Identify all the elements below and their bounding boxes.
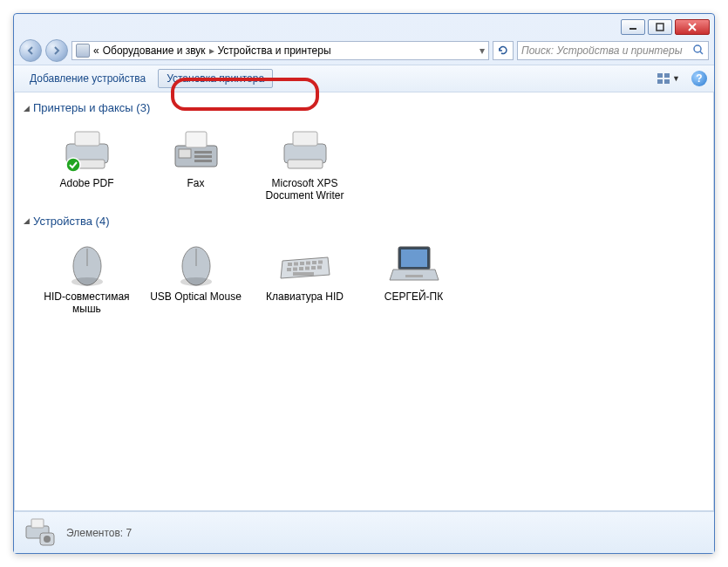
printer-icon (277, 126, 333, 175)
svg-rect-44 (405, 275, 423, 277)
search-icon[interactable] (692, 44, 704, 58)
svg-rect-43 (401, 249, 427, 267)
chevron-down-icon: ▼ (672, 74, 680, 83)
svg-point-13 (66, 158, 80, 172)
group-printers: Adobe PDF Fax (24, 120, 704, 209)
device-item[interactable]: Microsoft XPS Document Writer (250, 120, 359, 209)
svg-rect-16 (179, 149, 191, 158)
svg-rect-40 (317, 265, 322, 269)
svg-rect-6 (657, 73, 663, 78)
svg-point-48 (44, 536, 51, 543)
device-label: Adobe PDF (59, 177, 113, 189)
keyboard-icon (277, 240, 333, 289)
device-item[interactable]: Клавиатура HID (250, 233, 359, 323)
svg-rect-18 (194, 155, 212, 158)
group-title: Устройства (4) (33, 215, 110, 228)
chevron-right-icon[interactable]: ▸ (209, 44, 214, 57)
laptop-icon (386, 240, 442, 289)
svg-rect-11 (75, 132, 99, 146)
explorer-window: « Оборудование и звук ▸ Устройства и при… (13, 13, 715, 554)
address-bar[interactable]: « Оборудование и звук ▸ Устройства и при… (71, 41, 489, 60)
title-bar (14, 14, 714, 37)
svg-rect-34 (318, 260, 323, 263)
device-item[interactable]: Fax (141, 120, 250, 209)
device-item[interactable]: СЕРГЕЙ-ПК (359, 233, 468, 323)
minimize-button[interactable] (621, 19, 645, 35)
svg-rect-39 (311, 266, 316, 270)
nav-bar: « Оборудование и звук ▸ Устройства и при… (14, 37, 714, 65)
printer-icon (59, 126, 115, 175)
svg-rect-29 (288, 263, 292, 266)
forward-button[interactable] (45, 39, 68, 62)
help-button[interactable]: ? (691, 71, 707, 86)
breadcrumb-part1[interactable]: Оборудование и звук (103, 44, 206, 57)
svg-rect-41 (293, 272, 314, 276)
device-item[interactable]: HID-совместимая мышь (32, 233, 141, 323)
collapse-arrow-icon: ◢ (24, 104, 30, 113)
svg-rect-15 (186, 132, 207, 147)
svg-rect-8 (657, 79, 663, 84)
svg-line-5 (700, 51, 703, 54)
mouse-icon (168, 240, 224, 289)
fax-icon (168, 126, 224, 175)
svg-rect-22 (288, 160, 323, 168)
group-header-devices[interactable]: ◢ Устройства (4) (24, 209, 704, 233)
device-label: Fax (187, 177, 204, 189)
svg-point-4 (694, 45, 701, 52)
location-icon (76, 44, 90, 58)
maximize-button[interactable] (648, 19, 672, 35)
chevron-down-icon[interactable]: ▾ (480, 44, 485, 57)
svg-rect-38 (305, 266, 310, 270)
svg-rect-1 (657, 24, 663, 31)
svg-rect-21 (293, 132, 317, 146)
collapse-arrow-icon: ◢ (24, 216, 30, 225)
svg-rect-32 (306, 261, 310, 264)
device-label: СЕРГЕЙ-ПК (384, 290, 443, 303)
svg-rect-36 (293, 267, 297, 270)
status-bar: Элементов: 7 (14, 511, 714, 553)
device-label: HID-совместимая мышь (36, 290, 138, 316)
device-label: USB Optical Mouse (150, 290, 242, 303)
svg-rect-19 (194, 160, 212, 162)
svg-rect-9 (664, 79, 670, 84)
mouse-icon (59, 240, 115, 289)
svg-rect-30 (294, 262, 298, 265)
group-header-printers[interactable]: ◢ Принтеры и факсы (3) (24, 96, 704, 120)
add-device-button[interactable]: Добавление устройства (21, 69, 154, 88)
device-item[interactable]: USB Optical Mouse (141, 233, 250, 323)
group-devices: HID-совместимая мышь USB Optical Mouse (24, 233, 704, 323)
view-icon (657, 72, 670, 85)
svg-rect-17 (194, 151, 212, 154)
group-title: Принтеры и факсы (3) (33, 101, 150, 114)
view-options-button[interactable]: ▼ (652, 70, 684, 87)
svg-rect-33 (312, 261, 316, 264)
device-item[interactable]: Adobe PDF (32, 120, 141, 209)
install-printer-button[interactable]: Установка принтера (158, 69, 273, 88)
svg-point-25 (71, 277, 103, 286)
breadcrumb-part2[interactable]: Устройства и принтеры (218, 44, 331, 57)
svg-rect-35 (287, 268, 291, 271)
svg-rect-7 (664, 73, 670, 78)
back-button[interactable] (19, 39, 42, 62)
refresh-button[interactable] (493, 41, 514, 60)
breadcrumb-prefix: « (93, 44, 99, 57)
toolbar: Добавление устройства Установка принтера… (14, 65, 714, 92)
search-input[interactable]: Поиск: Устройства и принтеры (517, 41, 709, 60)
close-button[interactable] (675, 19, 710, 35)
svg-rect-31 (300, 262, 304, 265)
device-label: Microsoft XPS Document Writer (254, 177, 356, 202)
search-placeholder: Поиск: Устройства и принтеры (521, 44, 682, 57)
statusbar-icon (23, 517, 58, 549)
content-area: ◢ Принтеры и факсы (3) Adobe PDF (14, 92, 714, 511)
svg-rect-46 (31, 519, 44, 528)
svg-point-28 (180, 277, 212, 286)
svg-rect-37 (299, 267, 303, 270)
device-label: Клавиатура HID (266, 290, 344, 303)
statusbar-text: Элементов: 7 (66, 527, 132, 539)
